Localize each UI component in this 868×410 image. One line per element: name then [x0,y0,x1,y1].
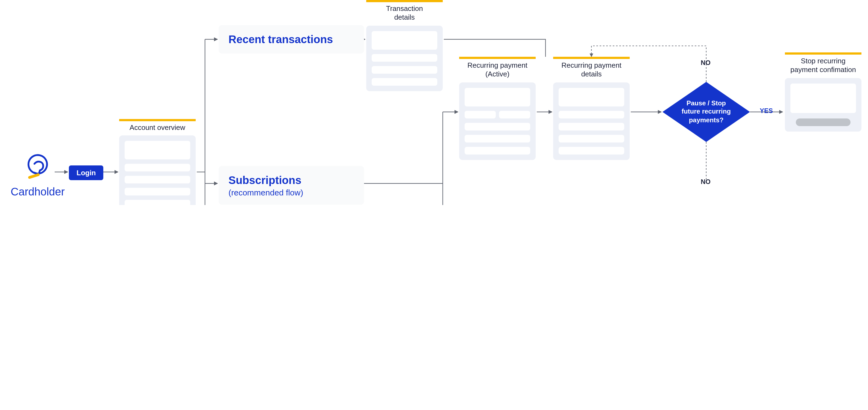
screen-account-overview: Account overview [119,119,196,205]
screen-rp-active: Recurring payment (Active) [459,57,536,160]
login-button[interactable]: Login [69,165,103,180]
screen-title: Recurring payment (Active) [459,59,536,82]
login-label: Login [76,169,96,177]
actor-cardholder: Cardholder [8,151,68,198]
edge-no-middle: NO [701,178,711,185]
screen-title: Stop recurring payment confimation [785,55,862,78]
screen-title: Transaction details [366,2,443,25]
edge-no-top: NO [701,59,711,67]
screen-title: Account overview [119,121,196,136]
user-head-icon [22,151,54,182]
svg-line-19 [30,175,38,177]
nav-title: Recent transactions [228,33,354,46]
screen-title: Recurring payment details [553,59,630,82]
decision-pause-stop: Pause / Stop future recurring payments? [662,82,750,142]
nav-recent-transactions[interactable]: Recent transactions [219,25,364,54]
screen-stop-confirm: Stop recurring payment confimation [785,53,862,131]
decision-text: Pause / Stop future recurring payments? [674,99,739,125]
edge-yes-top: YES [760,107,773,115]
nav-title: Subscriptions [228,174,354,187]
screen-transaction-details: Transaction details [366,0,443,91]
screen-rp-active-details: Recurring payment details [553,57,630,160]
actor-label: Cardholder [8,185,68,198]
nav-subscriptions[interactable]: Subscriptions (recommended flow) [219,166,364,205]
nav-subtitle: (recommended flow) [228,188,354,197]
